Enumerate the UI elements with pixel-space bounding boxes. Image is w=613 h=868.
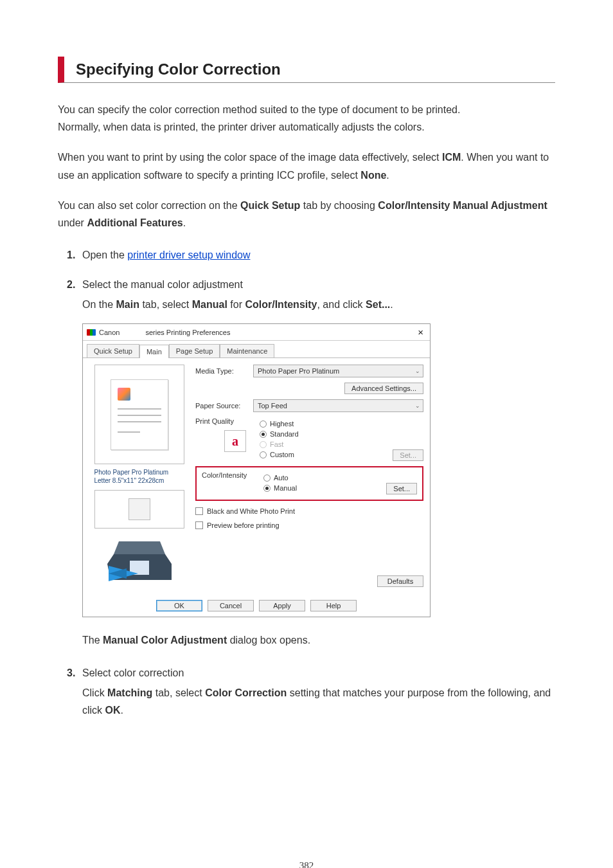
quality-glyph: a <box>224 430 246 452</box>
dialog-titlebar: Canon series Printing Preferences × <box>83 324 430 341</box>
intro-paragraph: You can specify the color correction met… <box>58 101 555 136</box>
printer-icon <box>101 535 178 586</box>
tab-page-setup[interactable]: Page Setup <box>169 344 220 357</box>
app-icon <box>87 329 96 336</box>
paper-source-row: Paper Source: Top Feed ⌄ <box>195 399 423 412</box>
quality-standard-radio[interactable]: Standard <box>260 430 386 438</box>
step-2-body: On the Main tab, select Manual for Color… <box>58 296 555 313</box>
quality-fast-radio: Fast <box>260 440 386 448</box>
tab-maintenance[interactable]: Maintenance <box>220 344 274 357</box>
printer-driver-link[interactable]: printer driver setup window <box>127 249 250 260</box>
icm-paragraph: When you want to print by using the colo… <box>58 149 555 183</box>
dialog-title-pre: Canon <box>99 329 120 336</box>
dialog-right-column: Media Type: Photo Paper Pro Platinum ⌄ A… <box>195 365 423 590</box>
intro-line1: You can specify the color correction met… <box>58 104 460 115</box>
intro-line2: Normally, when data is printed, the prin… <box>58 122 425 132</box>
tab-main[interactable]: Main <box>139 345 169 358</box>
media-type-row: Media Type: Photo Paper Pro Platinum ⌄ <box>195 365 423 377</box>
dialog-footer: OK Cancel Apply Help <box>83 595 430 617</box>
paper-source-label: Paper Source: <box>195 402 253 410</box>
step-3: 3. Select color correction <box>58 667 555 679</box>
ok-button[interactable]: OK <box>156 600 202 611</box>
tab-quick-setup[interactable]: Quick Setup <box>87 344 139 357</box>
preview-caption: Photo Paper Pro Platinum Letter 8.5"x11"… <box>94 468 184 485</box>
step-2-title: Select the manual color adjustment <box>82 279 243 291</box>
step-1: 1. Open the printer driver setup window <box>58 249 555 261</box>
preview-before-printing-checkbox[interactable]: Preview before printing <box>195 521 423 529</box>
ci-set-button[interactable]: Set... <box>386 483 417 494</box>
step-2-note: The Manual Color Adjustment dialog box o… <box>58 631 555 649</box>
step-3-number: 3. <box>67 667 82 679</box>
step-2-number: 2. <box>67 279 82 291</box>
page-title-block: Specifying Color Correction <box>58 57 555 83</box>
media-type-select[interactable]: Photo Paper Pro Platinum ⌄ <box>253 365 423 377</box>
color-intensity-thumb <box>94 490 184 529</box>
print-quality-group: Print Quality a Highest Standard Fast Cu… <box>195 417 423 461</box>
print-quality-legend: Print Quality <box>195 417 253 425</box>
quality-highest-radio[interactable]: Highest <box>260 420 386 428</box>
close-icon[interactable]: × <box>415 327 426 337</box>
advanced-settings-button[interactable]: Advanced Settings... <box>344 383 423 394</box>
dialog-body: Photo Paper Pro Platinum Letter 8.5"x11"… <box>83 358 430 595</box>
page-title: Specifying Color Correction <box>76 60 555 78</box>
dialog-left-column: Photo Paper Pro Platinum Letter 8.5"x11"… <box>89 365 189 590</box>
ci-auto-radio[interactable]: Auto <box>263 474 334 482</box>
cancel-button[interactable]: Cancel <box>208 600 254 611</box>
step-1-number: 1. <box>67 249 82 261</box>
ci-manual-radio[interactable]: Manual <box>263 484 334 492</box>
page-number: 382 <box>58 860 555 868</box>
apply-button[interactable]: Apply <box>259 600 305 611</box>
step-1-title: Open the printer driver setup window <box>82 249 250 261</box>
step-3-body: Click Matching tab, select Color Correct… <box>58 684 555 719</box>
bw-photo-checkbox[interactable]: Black and White Photo Print <box>195 507 423 515</box>
step-2: 2. Select the manual color adjustment <box>58 279 555 291</box>
quality-custom-radio[interactable]: Custom <box>260 451 386 458</box>
page-preview <box>94 365 184 464</box>
step-3-title: Select color correction <box>82 667 184 679</box>
defaults-button[interactable]: Defaults <box>377 575 423 587</box>
help-button[interactable]: Help <box>310 600 357 611</box>
paper-source-select[interactable]: Top Feed ⌄ <box>253 399 423 412</box>
media-type-label: Media Type: <box>195 367 253 375</box>
dialog-title-post: series Printing Preferences <box>145 329 230 336</box>
quality-set-button: Set... <box>393 449 423 461</box>
printing-preferences-dialog: Canon series Printing Preferences × Quic… <box>82 323 431 617</box>
chevron-down-icon: ⌄ <box>415 402 420 409</box>
chevron-down-icon: ⌄ <box>415 368 420 374</box>
quicksetup-paragraph: You can also set color correction on the… <box>58 197 555 231</box>
color-intensity-legend: Color/Intensity <box>202 471 257 479</box>
tabstrip: Quick Setup Main Page Setup Maintenance <box>83 341 430 358</box>
color-intensity-group: Color/Intensity Auto Manual Set... <box>195 466 423 501</box>
